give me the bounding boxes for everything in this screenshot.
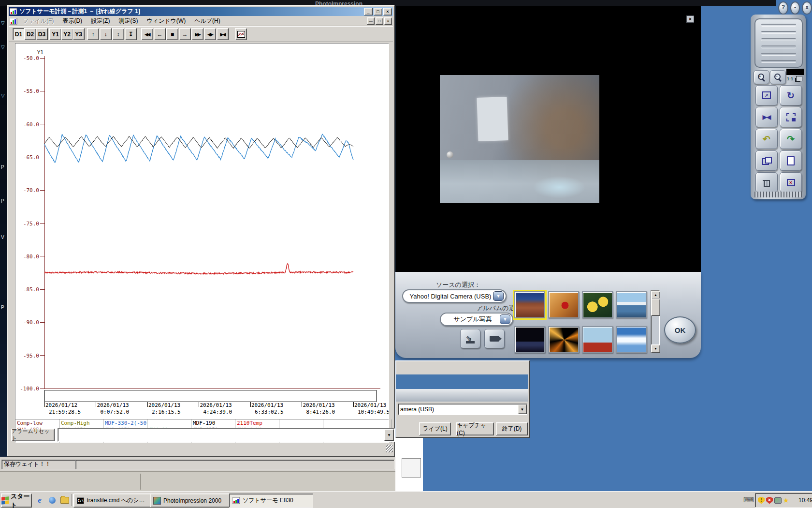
cascade-windows-icon[interactable] <box>796 76 802 81</box>
menu-表示(D)[interactable]: 表示(D) <box>58 16 87 26</box>
x-tick-time: 2:16:15.5 <box>152 409 181 415</box>
help-button[interactable]: ? <box>778 1 788 15</box>
thumbnail-red-rock-spires[interactable] <box>514 291 545 318</box>
thumbnail-light-spiral[interactable] <box>548 326 579 353</box>
background-white-window <box>394 437 423 491</box>
undo-button[interactable]: ↶ <box>755 129 778 149</box>
star-tray-icon[interactable]: ★ <box>783 497 789 504</box>
paste-icon <box>787 156 795 165</box>
axis-button-Y1[interactable]: Y1 <box>49 28 61 40</box>
fast-forward-button[interactable]: ▶▶ <box>191 28 203 40</box>
x-tick-time: 0:07:52.0 <box>101 409 130 415</box>
device-tray-icon[interactable] <box>774 497 782 504</box>
child-window-icon[interactable] <box>10 18 18 25</box>
stop-button[interactable]: ■ <box>166 28 178 40</box>
thumbnail-harbor-boats[interactable] <box>616 291 647 318</box>
scrollbar-thumb[interactable] <box>651 299 660 316</box>
ok-button[interactable]: OK <box>664 316 696 344</box>
menu-ヘルプ(H)[interactable]: ヘルプ(H) <box>190 16 225 26</box>
scroll-down-button[interactable]: ↓ <box>100 28 112 40</box>
chevron-down-icon[interactable]: ▼ <box>518 404 527 414</box>
data-set-button-D2[interactable]: D2 <box>24 28 36 40</box>
scroll-down-arrow[interactable]: ▼ <box>651 344 660 353</box>
close-button[interactable]: × <box>383 8 392 15</box>
taskbar-task-3[interactable]: ソフトサーモ E830 <box>229 493 313 508</box>
zoom-out-button[interactable]: − <box>770 70 786 84</box>
scroll-up-arrow[interactable]: ▲ <box>651 291 660 299</box>
zoom-level-label: 1:1 <box>787 76 793 81</box>
zoom-in-button[interactable]: + <box>754 70 769 84</box>
thumbnail-cardinal-bird[interactable] <box>548 291 579 318</box>
close-image-icon: × <box>787 179 795 186</box>
thumbnail-scrollbar[interactable]: ▲ ▼ <box>651 290 660 353</box>
panel-bottom-ribs <box>754 192 802 197</box>
alert-shield-icon[interactable]: ! <box>758 497 765 504</box>
scroll-up-button[interactable]: ↑ <box>87 28 99 40</box>
viewport-close-button[interactable]: × <box>686 15 694 23</box>
thermo-titlebar[interactable]: ソフトサーモ計測－計測1 － [折れ線グラフ 1] _□× <box>9 7 393 16</box>
minimize-button[interactable]: _ <box>364 8 373 15</box>
alarm-combobox[interactable]: ▼ <box>58 428 395 442</box>
panel-gripper[interactable] <box>754 18 803 68</box>
paste-button[interactable] <box>780 150 802 171</box>
expand-vertical-button[interactable]: ↕ <box>112 28 124 40</box>
redo-icon: ↷ <box>787 134 795 144</box>
minimize-button[interactable]: - <box>790 1 800 15</box>
desktop-icon-fragment: V <box>1 235 4 240</box>
close-button[interactable]: x <box>802 1 812 15</box>
axis-button-Y2[interactable]: Y2 <box>61 28 73 40</box>
child-close-button[interactable]: × <box>384 17 392 25</box>
redo-button[interactable]: ↷ <box>780 129 802 149</box>
step-back-button[interactable]: ← <box>154 28 166 40</box>
copy-button[interactable] <box>755 150 778 171</box>
x-tick-time: 4:24:39.0 <box>203 409 232 415</box>
alarm-reset-button[interactable]: アラームリセット <box>11 429 55 441</box>
child-restore-button[interactable]: □ <box>376 17 383 25</box>
taskbar-clock[interactable]: 10:49 <box>798 497 812 504</box>
delete-button[interactable] <box>755 172 778 193</box>
image-tools-panel: + − 1:1 ↗↻▶◀↶↷× <box>751 15 806 199</box>
chart-axes <box>44 56 380 388</box>
rotate-button[interactable]: ↻ <box>780 85 802 105</box>
error-shield-icon[interactable]: × <box>766 497 773 504</box>
keyboard-tray-icon[interactable]: ⌨ <box>743 495 754 504</box>
flip-horizontal-button[interactable]: ▶◀ <box>755 107 778 127</box>
thumbnail-yellow-flowers[interactable] <box>582 291 613 318</box>
taskbar-task-2[interactable]: PhotoImpression 2000 <box>150 493 232 508</box>
rewind-button[interactable]: ◀◀ <box>141 28 153 40</box>
resize-grip[interactable] <box>386 445 393 452</box>
thumbnail-ship-red-hull[interactable] <box>582 326 613 353</box>
jump-bottom-button[interactable]: ↧ <box>125 28 137 40</box>
menu-ファイル(F)[interactable]: ファイル(F) <box>18 16 58 26</box>
data-set-button-D3[interactable]: D3 <box>36 28 48 40</box>
trend-graph-button[interactable] <box>235 28 247 40</box>
menu-設定(Z)[interactable]: 設定(Z) <box>87 16 114 26</box>
cmd-icon: C:\ <box>77 497 84 504</box>
fit-window-button[interactable]: ↗ <box>755 85 778 105</box>
axis-button-Y3[interactable]: Y3 <box>72 28 85 40</box>
maximize-button[interactable]: □ <box>374 8 382 15</box>
compress-horizontal-button[interactable]: ▶◀ <box>217 28 229 40</box>
y-tick-label: -50.0 <box>23 55 39 61</box>
data-set-button-D1[interactable]: D1 <box>13 28 25 40</box>
thumbnail-sky-clouds[interactable] <box>616 326 647 353</box>
expand-horizontal-button[interactable]: ◀▶ <box>204 28 216 40</box>
taskbar-task-1[interactable]: C:\transfile.cmd へのショート... <box>73 493 153 508</box>
desktop-icon-fragment: P <box>1 305 4 310</box>
crop-resize-button[interactable] <box>780 107 802 127</box>
chevron-down-icon[interactable]: ▼ <box>384 429 394 441</box>
menu-ウィンドウ(W)[interactable]: ウィンドウ(W) <box>142 16 190 26</box>
close-image-button[interactable]: × <box>780 172 802 193</box>
step-forward-button[interactable]: → <box>179 28 191 40</box>
camera-combobox[interactable]: amera (USB) ▼ <box>398 403 527 415</box>
y-tick-label: -55.0 <box>23 88 39 94</box>
menu-測定(S)[interactable]: 測定(S) <box>114 16 142 26</box>
exit-button[interactable]: 終了(D) <box>496 422 528 435</box>
flip-horizontal-icon: ▶◀ <box>763 113 770 122</box>
zoom-out-icon: − <box>774 73 783 82</box>
child-minimize-button[interactable]: — <box>367 17 375 25</box>
x-tick-date: 2026/01/13 <box>97 402 129 408</box>
thumbnail-night-skyline[interactable] <box>514 326 545 353</box>
capture-button[interactable]: キャプチャ(C) <box>456 422 494 435</box>
live-button[interactable]: ライブ(L) <box>419 422 451 435</box>
